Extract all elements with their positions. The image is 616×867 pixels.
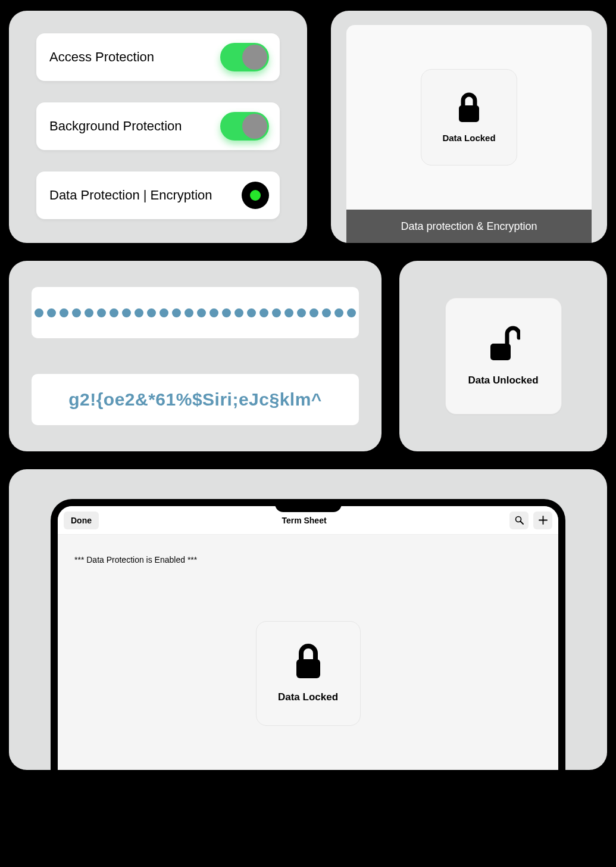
password-dot bbox=[47, 308, 56, 317]
password-dot bbox=[284, 308, 293, 317]
toolbar-right bbox=[509, 512, 552, 529]
setting-label: Background Protection bbox=[49, 118, 182, 134]
password-revealed[interactable]: g2!{oe2&*61%$Siri;eJc§klm^ bbox=[32, 374, 359, 425]
password-dot bbox=[222, 308, 231, 317]
toggle-knob bbox=[242, 45, 267, 70]
svg-rect-1 bbox=[490, 344, 511, 360]
password-masked[interactable] bbox=[32, 287, 359, 338]
password-dot bbox=[334, 308, 343, 317]
lock-icon bbox=[293, 644, 324, 682]
ipad-notch bbox=[275, 499, 342, 512]
locked-preview-panel: Data Locked Data protection & Encryption bbox=[331, 11, 607, 243]
unlock-card: Data Unlocked bbox=[445, 298, 562, 414]
unlock-label: Data Unlocked bbox=[468, 375, 538, 386]
settings-panel: Access Protection Background Protection … bbox=[9, 11, 307, 243]
done-button[interactable]: Done bbox=[64, 512, 99, 529]
password-dot bbox=[97, 308, 106, 317]
unlocked-panel: Data Unlocked bbox=[399, 261, 607, 451]
plus-icon bbox=[539, 516, 548, 525]
lock-label: Data Locked bbox=[278, 691, 338, 703]
password-dot bbox=[297, 308, 306, 317]
password-dot bbox=[160, 308, 168, 317]
password-dot bbox=[135, 308, 143, 317]
preview-body: Data Locked bbox=[346, 25, 592, 210]
password-dot bbox=[110, 308, 118, 317]
ipad-panel: Done Term Sheet bbox=[9, 469, 607, 770]
password-dot bbox=[272, 308, 281, 317]
password-dot bbox=[234, 308, 243, 317]
lock-icon bbox=[456, 92, 482, 124]
password-dot bbox=[247, 308, 256, 317]
lock-card: Data Locked bbox=[421, 69, 517, 166]
setting-data-protection[interactable]: Data Protection | Encryption bbox=[36, 171, 280, 219]
toggle-access-protection[interactable] bbox=[220, 43, 269, 71]
toggle-background-protection[interactable] bbox=[220, 112, 269, 141]
password-dot bbox=[172, 308, 181, 317]
svg-rect-0 bbox=[459, 105, 479, 122]
phone-preview: Data Locked Data protection & Encryption bbox=[346, 25, 592, 243]
encryption-indicator[interactable] bbox=[242, 182, 269, 209]
document-title: Term Sheet bbox=[99, 516, 509, 525]
done-label: Done bbox=[71, 516, 92, 525]
ipad-body: *** Data Protection is Enabled *** Data … bbox=[58, 535, 558, 770]
password-dot bbox=[122, 308, 131, 317]
password-dot bbox=[347, 308, 356, 317]
password-dot bbox=[85, 308, 93, 317]
lock-card: Data Locked bbox=[256, 621, 361, 726]
protection-note: *** Data Protection is Enabled *** bbox=[74, 555, 542, 565]
setting-background-protection[interactable]: Background Protection bbox=[36, 102, 280, 150]
search-icon bbox=[515, 516, 524, 525]
password-dot bbox=[209, 308, 218, 317]
preview-caption: Data protection & Encryption bbox=[346, 210, 592, 243]
password-dot bbox=[309, 308, 318, 317]
caption-text: Data protection & Encryption bbox=[401, 220, 537, 233]
svg-line-3 bbox=[520, 522, 523, 525]
svg-rect-6 bbox=[296, 659, 320, 678]
password-dot bbox=[197, 308, 206, 317]
ipad-center: Data Locked bbox=[74, 565, 542, 770]
setting-label: Data Protection | Encryption bbox=[49, 188, 212, 203]
indicator-dot bbox=[250, 190, 261, 201]
password-dot bbox=[322, 308, 331, 317]
setting-label: Access Protection bbox=[49, 49, 154, 65]
password-panel: g2!{oe2&*61%$Siri;eJc§klm^ bbox=[9, 261, 382, 451]
password-dot bbox=[35, 308, 43, 317]
ipad-frame: Done Term Sheet bbox=[51, 499, 565, 770]
toggle-knob bbox=[242, 114, 267, 139]
password-dot bbox=[72, 308, 81, 317]
password-dot bbox=[185, 308, 193, 317]
password-dot bbox=[60, 308, 68, 317]
ipad-screen: Done Term Sheet bbox=[58, 506, 558, 770]
password-text: g2!{oe2&*61%$Siri;eJc§klm^ bbox=[48, 389, 342, 410]
password-dot bbox=[147, 308, 156, 317]
password-dot bbox=[259, 308, 268, 317]
unlock-icon bbox=[487, 326, 520, 366]
search-button[interactable] bbox=[509, 512, 529, 529]
setting-access-protection[interactable]: Access Protection bbox=[36, 33, 280, 81]
add-button[interactable] bbox=[533, 512, 552, 529]
lock-label: Data Locked bbox=[442, 133, 495, 143]
